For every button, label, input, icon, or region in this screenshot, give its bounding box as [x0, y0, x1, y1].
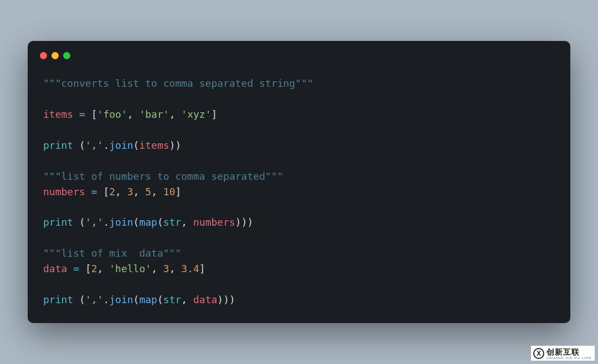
window-titlebar	[28, 41, 570, 71]
minimize-icon[interactable]	[51, 52, 59, 59]
zoom-icon[interactable]	[63, 52, 70, 59]
code-block: """converts list to comma separated stri…	[28, 71, 570, 307]
close-icon[interactable]	[40, 52, 47, 59]
code-window: """converts list to comma separated stri…	[28, 41, 570, 323]
watermark: X 创新互联 CHUANG XIN HU LIAN	[531, 346, 595, 361]
watermark-logo-icon: X	[533, 348, 544, 359]
watermark-sub: CHUANG XIN HU LIAN	[547, 356, 591, 360]
